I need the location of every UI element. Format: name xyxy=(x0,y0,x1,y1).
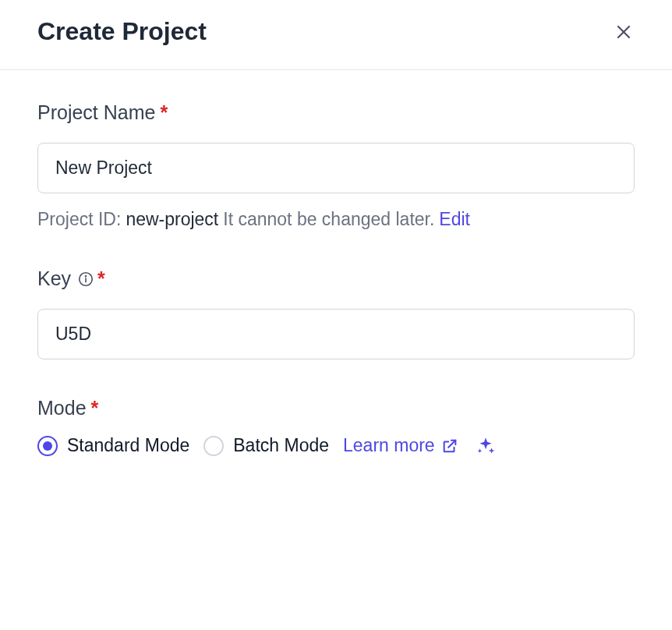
learn-more-text: Learn more xyxy=(343,435,435,456)
learn-more-link[interactable]: Learn more xyxy=(343,435,458,456)
radio-standard-mode[interactable]: Standard Mode xyxy=(37,435,189,456)
radio-batch-label: Batch Mode xyxy=(233,435,329,456)
edit-link[interactable]: Edit xyxy=(439,209,470,230)
project-id-value: new-project xyxy=(126,209,218,230)
project-name-field: Project Name * Project ID: new-project I… xyxy=(37,101,635,230)
info-icon[interactable] xyxy=(77,271,94,288)
radio-batch-mode[interactable]: Batch Mode xyxy=(203,435,329,456)
dialog-title: Create Project xyxy=(37,17,207,46)
sparkle-icon xyxy=(476,436,496,456)
project-name-label-text: Project Name xyxy=(37,101,155,124)
mode-radio-group: Standard Mode Batch Mode Learn more xyxy=(37,435,635,456)
project-name-input[interactable] xyxy=(37,143,635,193)
required-marker: * xyxy=(91,397,99,419)
key-input[interactable] xyxy=(37,309,635,359)
dialog-content: Project Name * Project ID: new-project I… xyxy=(0,70,672,525)
project-name-label: Project Name * xyxy=(37,101,635,124)
mode-label: Mode * xyxy=(37,397,635,419)
dialog-header: Create Project xyxy=(0,0,672,70)
project-id-prefix: Project ID: xyxy=(37,209,121,230)
key-field: Key * xyxy=(37,267,635,359)
radio-dot-icon xyxy=(43,441,52,451)
radio-circle-selected-icon xyxy=(37,436,58,456)
key-label: Key * xyxy=(37,267,635,290)
required-marker: * xyxy=(97,267,105,290)
mode-label-text: Mode xyxy=(37,397,87,419)
radio-circle-unselected-icon xyxy=(203,436,224,456)
required-marker: * xyxy=(160,101,168,124)
external-link-icon xyxy=(441,437,458,455)
radio-standard-label: Standard Mode xyxy=(67,435,189,456)
project-id-note: It cannot be changed later. xyxy=(223,209,434,230)
key-label-text: Key xyxy=(37,267,71,290)
project-id-helper: Project ID: new-project It cannot be cha… xyxy=(37,209,635,230)
close-icon[interactable] xyxy=(613,21,635,43)
mode-field: Mode * Standard Mode Batch Mode Learn mo… xyxy=(37,397,635,456)
svg-point-3 xyxy=(86,275,87,276)
